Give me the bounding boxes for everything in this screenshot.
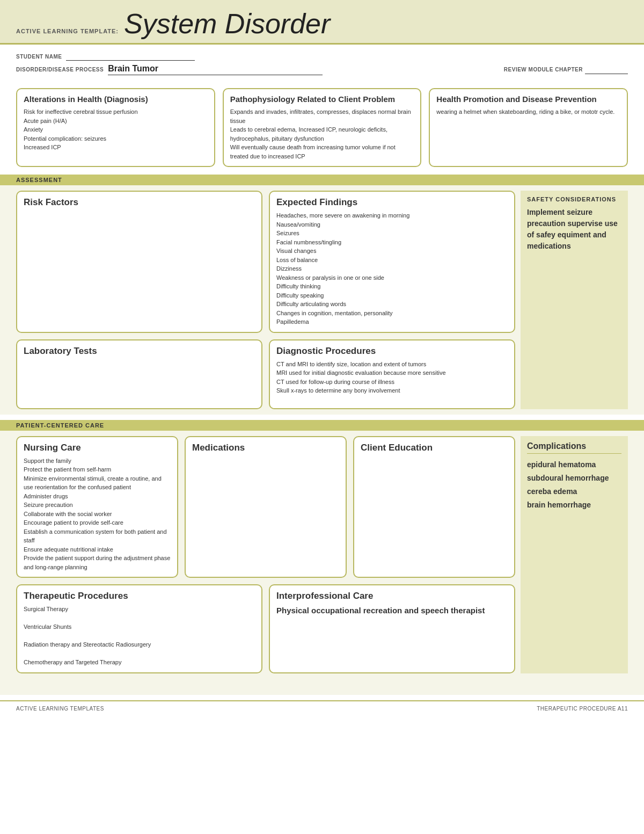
header: Active Learning Template: System Disorde… (0, 0, 644, 45)
expected-findings-content: Headaches, more severe on awakening in m… (276, 211, 508, 327)
diagnostic-procedures-content: CT and MRI to identify size, location an… (276, 360, 508, 395)
interprofessional-care-title: Interprofessional Care (276, 591, 508, 601)
patient-care-label: PATIENT-CENTERED CARE (16, 422, 104, 429)
box-health-promotion-content: wearing a helmet when skateboarding, rid… (436, 107, 620, 117)
box-pathophysiology: Pathophysiology Related to Client Proble… (223, 88, 422, 167)
expected-findings-box: Expected Findings Headaches, more severe… (269, 191, 515, 333)
disorder-value: Brain Tumor (108, 64, 323, 75)
complications-content: epidural hematoma subdoural hemorrhage c… (527, 458, 621, 512)
student-name-field (66, 52, 195, 61)
interprofessional-care-content: Physical occupational recreation and spe… (276, 605, 508, 617)
assessment-label: ASSESSMENT (16, 177, 62, 183)
assessment-grid: Risk Factors Expected Findings Headaches… (16, 191, 515, 409)
diagnostic-procedures-title: Diagnostic Procedures (276, 346, 508, 357)
safety-sidebar: SAFETY CONSIDERATIONS Implement seizure … (521, 191, 628, 409)
risk-factors-box: Risk Factors (16, 191, 262, 333)
review-module-field (585, 66, 628, 74)
therapeutic-procedures-content: Surgical Therapy Ventricular Shunts Radi… (24, 605, 255, 667)
diagnostic-procedures-box: Diagnostic Procedures CT and MRI to iden… (269, 339, 515, 409)
footer-left: ACTIVE LEARNING TEMPLATES (16, 706, 104, 712)
patient-care-area: Nursing Care Support the family Protect … (0, 431, 644, 679)
patient-care-top-row: Nursing Care Support the family Protect … (16, 436, 515, 578)
therapeutic-procedures-title: Therapeutic Procedures (24, 591, 255, 601)
disorder-label: DISORDER/DISEASE PROCESS (16, 67, 104, 72)
header-title: System Disorder (124, 10, 330, 38)
complications-sidebar: Complications epidural hematoma subdoura… (521, 436, 628, 673)
laboratory-tests-box: Laboratory Tests (16, 339, 262, 409)
medications-title: Medications (192, 443, 339, 453)
footer-right: THERAPEUTIC PROCEDURE A11 (537, 706, 628, 712)
student-name-label: STUDENT NAME (16, 54, 62, 60)
safety-title: SAFETY CONSIDERATIONS (527, 196, 621, 202)
review-module-label: REVIEW MODULE CHAPTER (504, 67, 583, 72)
box-health-promotion-title: Health Promotion and Disease Prevention (436, 95, 620, 104)
header-subtitle: Active Learning Template: (16, 28, 119, 34)
assessment-section-header: ASSESSMENT (0, 175, 644, 185)
interprofessional-care-box: Interprofessional Care Physical occupati… (269, 584, 515, 673)
footer: ACTIVE LEARNING TEMPLATES THERAPEUTIC PR… (0, 700, 644, 716)
assessment-area: Risk Factors Expected Findings Headaches… (0, 185, 644, 415)
client-education-title: Client Education (361, 443, 508, 453)
therapeutic-procedures-box: Therapeutic Procedures Surgical Therapy … (16, 584, 262, 673)
complications-title: Complications (527, 441, 621, 454)
medications-box: Medications (185, 436, 347, 578)
box-alterations-content: Risk for ineffective cerebral tissue per… (24, 107, 208, 152)
box-pathophysiology-title: Pathophysiology Related to Client Proble… (230, 95, 414, 104)
box-pathophysiology-content: Expands and invades, infiltrates, compre… (230, 107, 414, 161)
nursing-care-title: Nursing Care (24, 443, 171, 453)
patient-care-section-header: PATIENT-CENTERED CARE (0, 420, 644, 431)
client-education-box: Client Education (353, 436, 515, 578)
student-info: STUDENT NAME DISORDER/DISEASE PROCESS Br… (0, 45, 644, 81)
patient-care-bottom-row: Therapeutic Procedures Surgical Therapy … (16, 584, 515, 673)
laboratory-tests-title: Laboratory Tests (24, 346, 255, 357)
nursing-care-box: Nursing Care Support the family Protect … (16, 436, 178, 578)
risk-factors-title: Risk Factors (24, 197, 255, 208)
box-alterations: Alterations in Health (Diagnosis) Risk f… (16, 88, 215, 167)
top-boxes: Alterations in Health (Diagnosis) Risk f… (0, 81, 644, 175)
nursing-care-content: Support the family Protect the patient f… (24, 456, 171, 572)
expected-findings-title: Expected Findings (276, 197, 508, 208)
box-alterations-title: Alterations in Health (Diagnosis) (24, 95, 208, 104)
box-health-promotion: Health Promotion and Disease Prevention … (429, 88, 628, 167)
patient-care-main: Nursing Care Support the family Protect … (16, 436, 515, 673)
safety-content: Implement seizure precaution supervise u… (527, 207, 621, 252)
